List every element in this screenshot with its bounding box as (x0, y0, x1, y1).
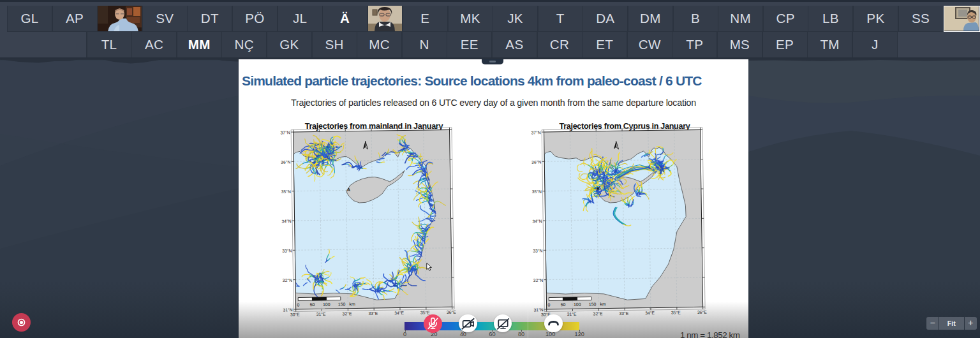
svg-text:36°E: 36°E (447, 310, 456, 314)
svg-text:34°E: 34°E (394, 311, 404, 315)
svg-text:0: 0 (547, 302, 550, 307)
svg-text:37°N: 37°N (280, 130, 290, 135)
svg-text:100: 100 (574, 302, 581, 307)
svg-text:A: A (347, 187, 350, 192)
svg-text:36°N: 36°N (281, 160, 290, 165)
svg-text:34°N: 34°N (532, 219, 542, 223)
svg-text:33°E: 33°E (619, 311, 628, 316)
svg-text:km: km (350, 302, 356, 306)
svg-text:B: B (597, 186, 600, 191)
svg-text:36°E: 36°E (697, 310, 707, 314)
svg-text:35°E: 35°E (671, 310, 681, 314)
svg-text:32°E: 32°E (593, 311, 603, 316)
svg-text:33°E: 33°E (368, 311, 378, 316)
svg-text:31°N: 31°N (533, 307, 543, 312)
svg-text:30°E: 30°E (290, 312, 300, 316)
svg-text:32°N: 32°N (533, 278, 543, 283)
svg-text:36°N: 36°N (531, 160, 541, 165)
svg-text:32°N: 32°N (283, 278, 292, 283)
svg-text:31°E: 31°E (316, 312, 326, 316)
svg-text:50: 50 (561, 302, 566, 307)
svg-text:32°E: 32°E (343, 311, 352, 316)
svg-text:150: 150 (589, 302, 597, 306)
svg-text:0: 0 (297, 302, 299, 307)
svg-text:31°N: 31°N (283, 307, 292, 312)
svg-text:31°E: 31°E (567, 312, 577, 316)
svg-text:34°N: 34°N (281, 219, 291, 223)
svg-text:km: km (600, 302, 607, 306)
svg-text:35°N: 35°N (281, 189, 291, 194)
svg-text:50: 50 (310, 302, 315, 307)
svg-text:33°N: 33°N (533, 248, 542, 253)
svg-text:34°E: 34°E (645, 311, 655, 315)
svg-text:150: 150 (338, 302, 346, 306)
svg-text:33°N: 33°N (282, 248, 292, 253)
svg-text:35°N: 35°N (532, 189, 542, 194)
svg-text:37°N: 37°N (531, 130, 540, 135)
svg-text:100: 100 (323, 302, 330, 307)
